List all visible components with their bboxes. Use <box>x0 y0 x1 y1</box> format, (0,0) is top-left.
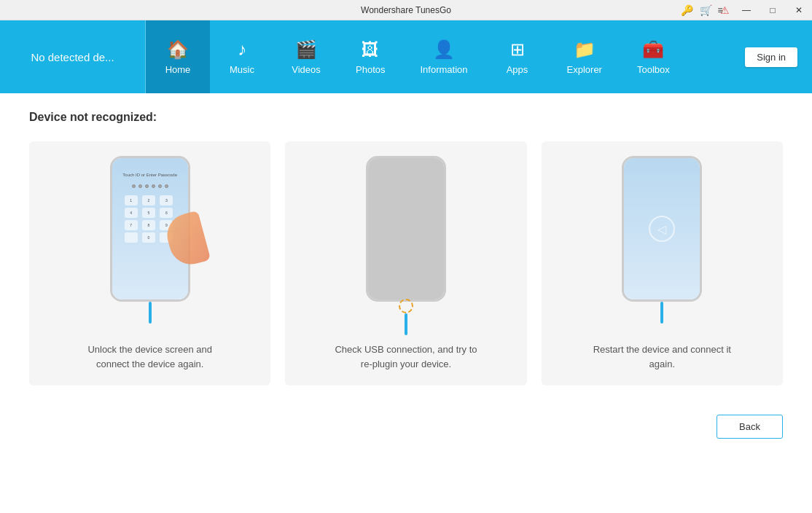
phone-illustration-restart: ◁ <box>611 156 713 331</box>
cards-row: Touch ID or Enter Passcode 123 <box>29 141 783 385</box>
usb-circle-indicator <box>399 299 413 313</box>
tab-videos-label: Videos <box>292 64 321 75</box>
card-unlock: Touch ID or Enter Passcode 123 <box>29 141 270 385</box>
device-label: No detected de... <box>0 20 146 93</box>
phone2-cable <box>405 313 407 335</box>
tab-explorer[interactable]: 📁 Explorer <box>550 20 620 93</box>
phone-illustration-usb <box>355 156 457 331</box>
apps-icon: ⊞ <box>510 39 525 60</box>
tab-apps-label: Apps <box>507 64 528 75</box>
tab-home-label: Home <box>165 64 191 75</box>
card-unlock-description: Unlock the device screen and connect the… <box>77 342 223 371</box>
toolbox-icon: 🧰 <box>642 39 664 60</box>
tab-home[interactable]: 🏠 Home <box>146 20 210 93</box>
signin-area: Sign in <box>730 20 812 93</box>
lock-screen-text: Touch ID or Enter Passcode <box>122 173 177 177</box>
tab-information-label: Information <box>420 64 467 75</box>
tab-music[interactable]: ♪ Music <box>210 20 274 93</box>
app-title: Wondershare TunesGo <box>361 5 451 15</box>
card-usb-description: Check USB connection, and try to re-plug… <box>333 342 479 371</box>
photos-icon: 🖼 <box>362 39 379 60</box>
menu-button[interactable]: ≡ <box>707 0 733 20</box>
maximize-button[interactable]: □ <box>760 0 786 20</box>
title-bar: Wondershare TunesGo 🔑 🛒 ⚠ ≡ — □ ✕ <box>0 0 812 20</box>
explorer-icon: 📁 <box>574 39 596 60</box>
nav-tabs: 🏠 Home ♪ Music 🎬 Videos 🖼 Photos 👤 Infor… <box>146 20 730 93</box>
phone2-screen <box>368 158 444 299</box>
footer-row: Back <box>29 407 783 446</box>
nav-bar: No detected de... 🏠 Home ♪ Music 🎬 Video… <box>0 20 812 93</box>
section-title: Device not recognized: <box>29 111 783 124</box>
tab-music-label: Music <box>230 64 254 75</box>
close-button[interactable]: ✕ <box>786 0 812 20</box>
phone3-cable <box>660 302 663 324</box>
phone3-body: ◁ <box>622 156 702 302</box>
videos-icon: 🎬 <box>295 39 317 60</box>
phone2-cable-wrapper <box>405 302 407 335</box>
tab-videos[interactable]: 🎬 Videos <box>274 20 338 93</box>
tab-photos-label: Photos <box>356 64 385 75</box>
tab-toolbox[interactable]: 🧰 Toolbox <box>620 20 687 93</box>
phone-illustration-unlock: Touch ID or Enter Passcode 123 <box>99 156 201 331</box>
phone1-cable <box>149 302 152 324</box>
phone3-screen: ◁ <box>624 158 700 299</box>
information-icon: 👤 <box>433 39 455 60</box>
tab-toolbox-label: Toolbox <box>637 64 670 75</box>
tab-apps[interactable]: ⊞ Apps <box>485 20 550 93</box>
tab-explorer-label: Explorer <box>567 64 602 75</box>
window-controls: ≡ — □ ✕ <box>707 0 812 20</box>
music-icon: ♪ <box>238 39 246 60</box>
back-button[interactable]: Back <box>717 415 783 439</box>
card-restart-description: Restart the device and connect it again. <box>589 342 735 371</box>
main-content: Device not recognized: Touch ID or Enter… <box>0 93 812 513</box>
minimize-button[interactable]: — <box>733 0 760 20</box>
sign-in-button[interactable]: Sign in <box>745 47 797 67</box>
home-icon: 🏠 <box>167 39 189 60</box>
phone2-body <box>366 156 446 302</box>
card-usb: Check USB connection, and try to re-plug… <box>285 141 526 385</box>
card-restart: ◁ Restart the device and connect it agai… <box>542 141 783 385</box>
pin-dots <box>132 184 168 188</box>
tab-information[interactable]: 👤 Information <box>402 20 485 93</box>
key-icon[interactable]: 🔑 <box>679 3 694 17</box>
play-circle-icon: ◁ <box>649 216 675 242</box>
tab-photos[interactable]: 🖼 Photos <box>338 20 402 93</box>
